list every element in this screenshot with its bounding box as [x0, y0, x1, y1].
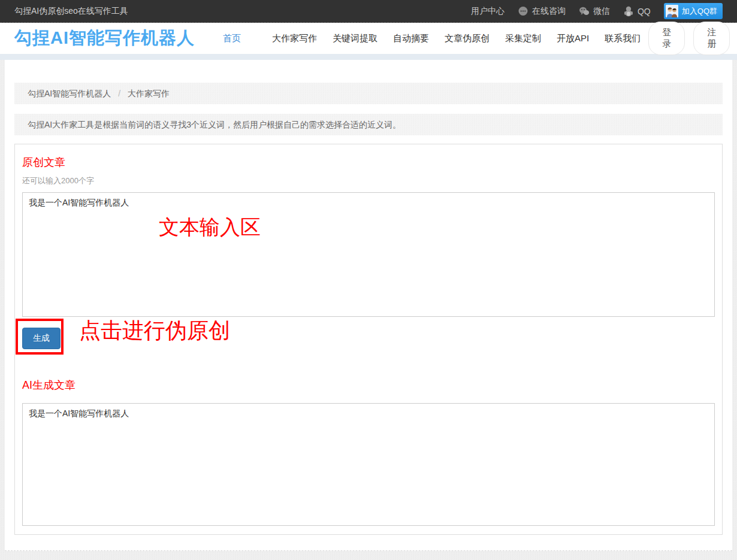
chat-bubble-icon — [518, 6, 528, 17]
nav-contact[interactable]: 联系我们 — [597, 28, 648, 49]
editor-panel: 原创文章 还可以输入2000个字 我是一个AI智能写作机器人 文本输入区 生成 … — [14, 144, 723, 535]
site-title: 勾捏AI伪原创seo在线写作工具 — [14, 6, 128, 17]
result-textarea-wrap: 我是一个AI智能写作机器人 — [22, 403, 715, 526]
nav-article-rewrite[interactable]: 文章伪原创 — [437, 28, 497, 49]
topbar: 勾捏AI伪原创seo在线写作工具 用户中心 在线咨询 微信 QQ 加入QQ群 — [0, 0, 737, 23]
generate-button[interactable]: 生成 — [22, 328, 61, 349]
tool-description: 勾捏AI大作家工具是根据当前词的语义寻找3个近义词，然后用户根据自己的需求选择合… — [14, 114, 723, 135]
breadcrumb-current: 大作家写作 — [128, 89, 170, 98]
main-nav: 首页 大作家写作 关键词提取 自动摘要 文章伪原创 采集定制 开放API 联系我… — [215, 28, 648, 49]
topbar-right: 用户中心 在线咨询 微信 QQ 加入QQ群 — [471, 3, 723, 19]
result-article-heading: AI生成文章 — [22, 378, 715, 392]
click-hint-annotation: 点击进行伪原创 — [79, 316, 230, 346]
nav-auto-summary[interactable]: 自动摘要 — [385, 28, 437, 49]
header: 勾捏AI智能写作机器人 首页 大作家写作 关键词提取 自动摘要 文章伪原创 采集… — [0, 23, 737, 60]
char-counter: 还可以输入2000个字 — [22, 175, 715, 186]
result-textarea[interactable]: 我是一个AI智能写作机器人 — [22, 403, 715, 526]
qq-penguin-icon — [623, 6, 634, 17]
breadcrumb: 勾捏AI智能写作机器人 / 大作家写作 — [14, 83, 723, 104]
source-textarea-wrap: 我是一个AI智能写作机器人 文本输入区 — [22, 192, 715, 317]
join-qq-group-button[interactable]: 加入QQ群 — [664, 3, 723, 19]
breadcrumb-home-link[interactable]: 勾捏AI智能写作机器人 — [28, 89, 111, 98]
nav-writer[interactable]: 大作家写作 — [264, 28, 325, 49]
source-article-heading: 原创文章 — [22, 155, 715, 169]
online-service-link[interactable]: 在线咨询 — [518, 6, 566, 17]
nav-open-api[interactable]: 开放API — [549, 28, 597, 49]
qq-group-avatars-icon — [666, 5, 678, 17]
nav-keyword-extract[interactable]: 关键词提取 — [325, 28, 385, 49]
nav-home[interactable]: 首页 — [215, 28, 249, 49]
login-button[interactable]: 登录 — [648, 22, 685, 55]
qq-link[interactable]: QQ — [623, 6, 651, 17]
breadcrumb-separator: / — [118, 89, 120, 98]
generate-button-row: 生成 点击进行伪原创 — [22, 328, 715, 349]
nav-collect-custom[interactable]: 采集定制 — [497, 28, 549, 49]
user-center-link[interactable]: 用户中心 — [471, 6, 505, 17]
source-textarea[interactable]: 我是一个AI智能写作机器人 — [22, 192, 715, 317]
auth-buttons: 登录 注册 — [648, 22, 730, 55]
register-button[interactable]: 注册 — [693, 22, 730, 55]
wechat-icon — [579, 6, 590, 17]
wechat-link[interactable]: 微信 — [579, 6, 610, 17]
page-container: 勾捏AI智能写作机器人 / 大作家写作 勾捏AI大作家工具是根据当前词的语义寻找… — [5, 60, 732, 551]
site-logo: 勾捏AI智能写作机器人 — [14, 26, 195, 50]
